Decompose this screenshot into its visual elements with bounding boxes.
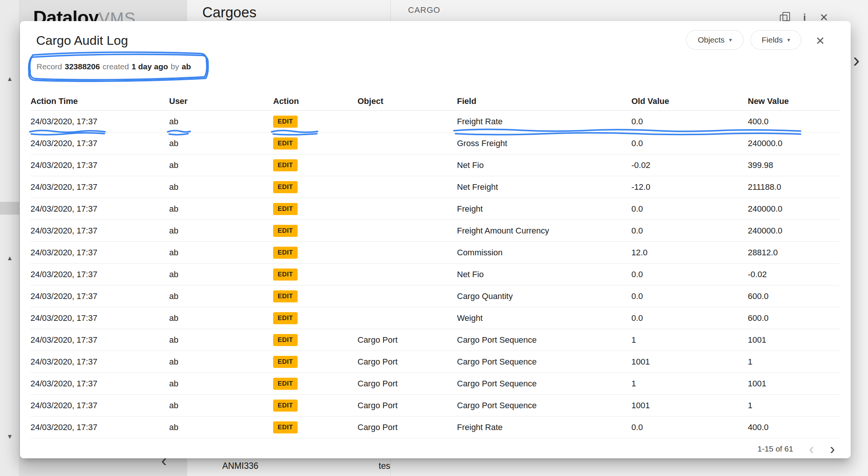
cell-action-time: 24/03/2020, 17:37 <box>31 423 169 432</box>
table-header-row: Action Time User Action Object Field Old… <box>31 92 840 111</box>
cell-user: ab <box>169 248 273 258</box>
cell-field: Net Fio <box>457 160 631 170</box>
edit-action-badge: EDIT <box>273 290 298 302</box>
table-row: 24/03/2020, 17:37 ab EDIT Net Fio -0.02 … <box>31 154 840 176</box>
edit-action-badge: EDIT <box>273 159 298 171</box>
cell-object: Cargo Port <box>358 335 457 345</box>
cell-action: EDIT <box>273 181 358 193</box>
cell-new-value: -0.02 <box>748 270 840 279</box>
cell-user: ab <box>169 270 273 279</box>
cell-action: EDIT <box>273 225 358 237</box>
cell-action: EDIT <box>273 290 358 302</box>
edit-action-badge: EDIT <box>273 334 298 346</box>
cell-action-time: 24/03/2020, 17:37 <box>31 357 169 367</box>
cell-old-value: 1 <box>631 335 748 345</box>
cell-field: Freight Rate <box>457 117 631 127</box>
edit-action-badge: EDIT <box>273 356 298 368</box>
cell-new-value: 1001 <box>748 379 840 389</box>
audit-log-table: Action Time User Action Object Field Old… <box>31 92 840 438</box>
table-row: 24/03/2020, 17:37 ab EDIT Freight Rate 0… <box>31 111 840 133</box>
next-page-icon[interactable]: › <box>830 441 835 456</box>
cell-action-time: 24/03/2020, 17:37 <box>31 139 169 148</box>
cell-action-time: 24/03/2020, 17:37 <box>31 270 169 279</box>
cell-user: ab <box>169 401 273 410</box>
cell-action-time: 24/03/2020, 17:37 <box>31 182 169 192</box>
cell-action: EDIT <box>273 203 358 215</box>
cell-old-value: -12.0 <box>631 182 748 192</box>
record-by-word: by <box>171 62 179 71</box>
cell-action: EDIT <box>273 356 358 368</box>
cell-new-value: 240000.0 <box>748 226 840 236</box>
cell-field: Weight <box>457 313 631 323</box>
cell-user: ab <box>169 335 273 345</box>
edit-action-badge: EDIT <box>273 400 298 412</box>
fields-filter-button[interactable]: Fields ▾ <box>750 30 801 50</box>
cell-action-time: 24/03/2020, 17:37 <box>31 335 169 345</box>
previous-page-icon[interactable]: ‹ <box>809 441 814 456</box>
cell-field: Net Freight <box>457 182 631 192</box>
cell-field: Net Fio <box>457 270 631 279</box>
dialog-close-icon[interactable]: ✕ <box>811 32 829 50</box>
cell-action: EDIT <box>273 400 358 412</box>
cell-user: ab <box>169 423 273 432</box>
table-row: 24/03/2020, 17:37 ab EDIT Freight 0.0 24… <box>31 198 840 220</box>
record-info-banner: Record 32388206 created 1 day ago by ab <box>31 54 206 79</box>
cell-field: Cargo Port Sequence <box>457 401 631 410</box>
cell-action-time: 24/03/2020, 17:37 <box>31 248 169 258</box>
edit-action-badge: EDIT <box>273 225 298 237</box>
cell-object: Cargo Port <box>358 423 457 432</box>
edit-action-badge: EDIT <box>273 312 298 324</box>
cell-user: ab <box>169 204 273 214</box>
header-user: User <box>169 96 273 106</box>
cell-old-value: 0.0 <box>631 291 748 301</box>
cargo-audit-log-dialog: Cargo Audit Log Objects ▾ Fields ▾ ✕ Rec… <box>20 21 851 458</box>
cell-new-value: 211188.0 <box>748 182 840 192</box>
cell-action-time: 24/03/2020, 17:37 <box>31 117 169 127</box>
table-row: 24/03/2020, 17:37 ab EDIT Freight Amount… <box>31 220 840 242</box>
record-id: 32388206 <box>65 62 100 71</box>
header-object: Object <box>358 96 457 106</box>
cell-action-time: 24/03/2020, 17:37 <box>31 160 169 170</box>
dialog-title: Cargo Audit Log <box>36 33 128 48</box>
cell-action-time: 24/03/2020, 17:37 <box>31 291 169 301</box>
cell-new-value: 600.0 <box>748 291 840 301</box>
edit-action-badge: EDIT <box>273 181 298 193</box>
table-row: 24/03/2020, 17:37 ab EDIT Cargo Port Car… <box>31 351 840 373</box>
objects-button-label: Objects <box>698 35 724 44</box>
cell-field: Gross Freight <box>457 139 631 148</box>
table-row: 24/03/2020, 17:37 ab EDIT Cargo Quantity… <box>31 285 840 307</box>
fields-button-label: Fields <box>762 35 783 44</box>
cell-old-value: 0.0 <box>631 204 748 214</box>
cell-user: ab <box>169 379 273 389</box>
cell-user: ab <box>169 139 273 148</box>
cell-action: EDIT <box>273 116 358 128</box>
table-row: 24/03/2020, 17:37 ab EDIT Gross Freight … <box>31 133 840 154</box>
cell-field: Freight <box>457 204 631 214</box>
record-user: ab <box>182 62 191 71</box>
edit-action-badge: EDIT <box>273 137 298 150</box>
cell-old-value: 0.0 <box>631 270 748 279</box>
cell-new-value: 1 <box>748 357 840 367</box>
cell-old-value: 0.0 <box>631 226 748 236</box>
cell-user: ab <box>169 226 273 236</box>
cell-new-value: 240000.0 <box>748 139 840 148</box>
table-row: 24/03/2020, 17:37 ab EDIT Net Fio 0.0 -0… <box>31 264 840 285</box>
pagination-range-label: 1-15 of 61 <box>758 444 793 453</box>
cell-field: Freight Amount Currency <box>457 226 631 236</box>
cell-action: EDIT <box>273 312 358 324</box>
cell-old-value: 1001 <box>631 357 748 367</box>
table-row: 24/03/2020, 17:37 ab EDIT Net Freight -1… <box>31 176 840 198</box>
table-row: 24/03/2020, 17:37 ab EDIT Cargo Port Car… <box>31 373 840 395</box>
cell-user: ab <box>169 182 273 192</box>
table-row: 24/03/2020, 17:37 ab EDIT Commission 12.… <box>31 242 840 264</box>
objects-filter-button[interactable]: Objects ▾ <box>686 30 744 50</box>
cell-action-time: 24/03/2020, 17:37 <box>31 379 169 389</box>
cell-new-value: 400.0 <box>748 117 840 127</box>
cell-action-time: 24/03/2020, 17:37 <box>31 226 169 236</box>
cell-field: Cargo Port Sequence <box>457 335 631 345</box>
chevron-down-icon: ▾ <box>787 37 790 43</box>
cell-action: EDIT <box>273 378 358 390</box>
edit-action-badge: EDIT <box>273 203 298 215</box>
cell-field: Cargo Port Sequence <box>457 379 631 389</box>
header-action-time: Action Time <box>31 96 169 106</box>
